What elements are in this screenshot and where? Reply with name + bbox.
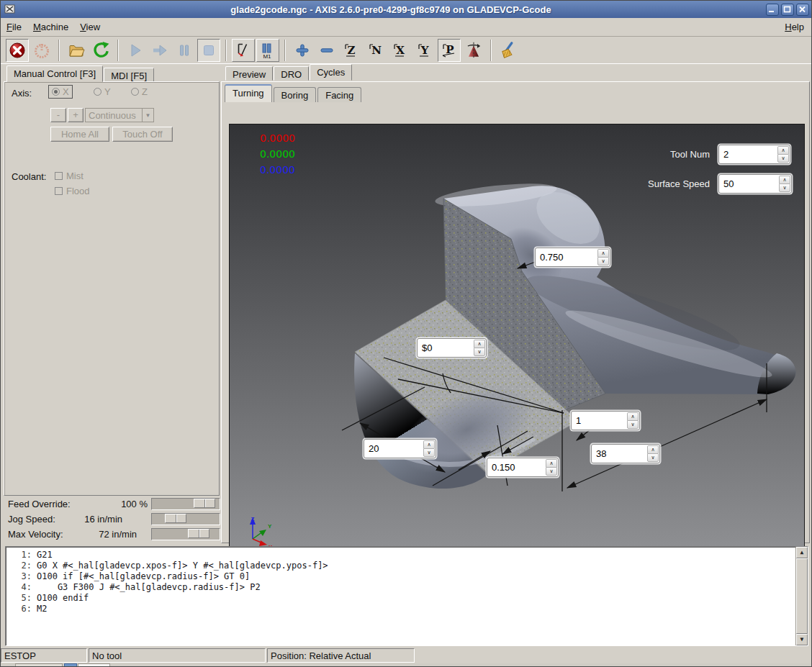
gcode-line: 2:G0 X #<_hal[gladevcp.xpos-f]> Y #<_hal…	[6, 561, 808, 571]
run-icon[interactable]	[124, 39, 147, 62]
menu-file[interactable]: File	[1, 19, 27, 35]
tab-manual-control[interactable]: Manual Control [F3]	[6, 65, 103, 82]
tab-turning[interactable]: Turning	[225, 84, 272, 102]
spinner-arrows-icon[interactable]: ∧∨	[778, 175, 791, 193]
angle-spinbox[interactable]: $0 ∧∨	[417, 338, 487, 358]
jog-minus-button[interactable]: -	[50, 108, 66, 122]
scroll-down-icon[interactable]: ▼	[796, 634, 808, 645]
svg-text:X: X	[396, 44, 405, 57]
clear-plot-icon[interactable]	[497, 39, 520, 62]
axis-radio-z[interactable]: Z	[131, 86, 148, 97]
tool-num-spinbox[interactable]: 2 ∧∨	[718, 145, 790, 164]
home-all-button[interactable]: Home All	[50, 127, 109, 142]
minimize-button[interactable]	[766, 4, 779, 16]
tab-facing[interactable]: Facing	[317, 87, 361, 102]
jog-speed-value: 16 in/min	[58, 514, 122, 525]
fillet-radius-spinbox[interactable]: 0.150 ∧∨	[487, 458, 559, 477]
view-p-icon[interactable]: P	[438, 39, 461, 62]
dro-z-value: 0.0000	[260, 164, 295, 176]
axis-window: glade2gcode.ngc - AXIS 2.6.0-pre0-4299-g…	[0, 0, 812, 667]
spinner-arrows-icon[interactable]: ∧∨	[777, 145, 790, 163]
feed-override-label: Feed Override:	[8, 499, 71, 509]
close-button[interactable]	[796, 4, 809, 16]
mist-checkbox[interactable]: Mist	[55, 171, 84, 181]
stock-diameter-spinbox[interactable]: 38 ∧∨	[591, 444, 660, 463]
optional-stop-m1-icon[interactable]: M1	[256, 39, 279, 62]
pause-icon[interactable]	[173, 39, 196, 62]
view-y-icon[interactable]: Y	[413, 39, 436, 62]
axis-radio-x[interactable]: X	[49, 86, 72, 98]
view-z-icon[interactable]: Z	[340, 39, 363, 62]
axis-radio-y[interactable]: Y	[94, 86, 111, 97]
gcode-listing[interactable]: 1:G21 2:G0 X #<_hal[gladevcp.xpos-f]> Y …	[5, 546, 808, 646]
maximize-button[interactable]	[781, 4, 794, 16]
status-tool: No tool	[89, 648, 266, 663]
toolbar-separator	[117, 40, 119, 61]
scrollbar-thumb[interactable]	[796, 558, 808, 634]
spinner-arrows-icon[interactable]: ∧∨	[473, 339, 486, 357]
machine-power-icon[interactable]	[30, 39, 53, 62]
toolbar-separator	[58, 40, 60, 61]
jog-speed-label: Jog Speed:	[8, 514, 55, 525]
svg-text:N: N	[371, 44, 382, 57]
surface-speed-spinbox[interactable]: 50 ∧∨	[718, 174, 792, 194]
stop-icon[interactable]	[197, 39, 220, 62]
tab-mdi[interactable]: MDI [F5]	[104, 68, 154, 82]
jog-speed-row: Jog Speed: 16 in/min	[4, 512, 220, 527]
svg-text:Y: Y	[420, 44, 429, 57]
spinner-arrows-icon[interactable]: ∧∨	[423, 440, 436, 458]
gcode-scrollbar[interactable]: ▲ ▼	[795, 547, 808, 645]
tab-dro[interactable]: DRO	[274, 66, 309, 81]
tab-boring[interactable]: Boring	[274, 87, 317, 102]
spinner-arrows-icon[interactable]: ∧∨	[646, 445, 659, 463]
svg-text:Z: Z	[251, 516, 255, 522]
jog-speed-slider[interactable]	[151, 513, 220, 525]
scroll-up-icon[interactable]: ▲	[796, 547, 808, 558]
axis-label: Axis:	[12, 88, 32, 99]
tab-preview[interactable]: Preview	[225, 66, 273, 81]
touch-off-button[interactable]: Touch Off	[112, 127, 173, 142]
tool-num-label: Tool Num	[670, 149, 710, 160]
feed-override-slider[interactable]	[151, 498, 220, 510]
toolbar: M1 Z N	[1, 37, 811, 64]
gcode-line: 5:O100 endif	[6, 593, 808, 604]
length-spinbox[interactable]: 20 ∧∨	[364, 439, 436, 458]
spinner-arrows-icon[interactable]: ∧∨	[545, 458, 558, 476]
dro-x-value: 0.0000	[260, 132, 295, 144]
zoom-out-icon[interactable]	[315, 39, 338, 62]
menu-help[interactable]: Help	[777, 19, 811, 35]
view-n-icon[interactable]: N	[364, 39, 387, 62]
jog-plus-button[interactable]: +	[68, 108, 84, 122]
status-position: Position: Relative Actual	[267, 648, 415, 663]
dro-y-value: 0.0000	[260, 148, 295, 160]
estop-icon[interactable]	[6, 39, 29, 62]
manual-control-frame: Axis: X Y Z - + Continuous ▼ Home All To…	[4, 81, 220, 496]
view-x-icon[interactable]: X	[389, 39, 412, 62]
flood-checkbox[interactable]: Flood	[55, 186, 90, 196]
depth-spinbox[interactable]: 1 ∧∨	[571, 411, 640, 430]
toolbar-separator	[490, 40, 492, 61]
window-title: glade2gcode.ngc - AXIS 2.6.0-pre0-4299-g…	[16, 4, 766, 15]
spinner-arrows-icon[interactable]: ∧∨	[597, 248, 610, 266]
open-file-icon[interactable]	[65, 39, 88, 62]
gcode-line: 6:M2	[6, 604, 808, 614]
zoom-in-icon[interactable]	[291, 39, 314, 62]
gcode-line: 3:O100 if [#<_hal[gladevcp.radius-f]> GT…	[6, 571, 808, 582]
turning-preview-viewport[interactable]: Z Y X 0.0000 0.0000 0.0000 Tool Num Surf…	[229, 124, 805, 554]
titlebar[interactable]: glade2gcode.ngc - AXIS 2.6.0-pre0-4299-g…	[1, 1, 811, 18]
menubar: File Machine View Help	[1, 18, 811, 37]
skip-lines-icon[interactable]	[232, 39, 255, 62]
axis-triad-icon: Z Y X	[250, 516, 273, 550]
reload-icon[interactable]	[89, 39, 112, 62]
menu-machine[interactable]: Machine	[27, 19, 74, 35]
step-icon[interactable]	[148, 39, 171, 62]
step-diameter-spinbox[interactable]: 0.750 ∧∨	[535, 248, 610, 267]
window-icon	[4, 4, 16, 14]
jog-mode-combo[interactable]: Continuous ▼	[85, 108, 154, 122]
rotate-icon[interactable]	[462, 39, 485, 62]
menu-view[interactable]: View	[74, 19, 106, 35]
max-velocity-slider[interactable]	[151, 528, 220, 540]
spinner-arrows-icon[interactable]: ∧∨	[626, 412, 639, 430]
toolbar-separator	[284, 40, 286, 61]
tab-cycles[interactable]: Cycles	[310, 64, 352, 81]
